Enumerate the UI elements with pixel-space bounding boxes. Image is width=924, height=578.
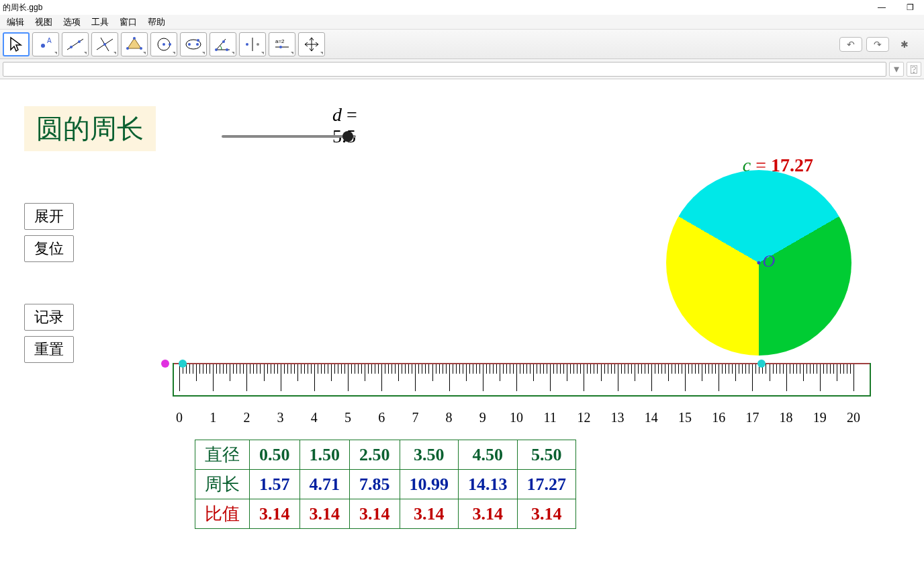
svg-text:a=2: a=2: [275, 38, 285, 44]
svg-point-17: [196, 43, 199, 46]
ruler-label: 17: [745, 410, 759, 425]
tool-reflect[interactable]: [239, 32, 266, 56]
tool-perpendicular[interactable]: [91, 32, 118, 56]
ruler-label: 11: [544, 410, 557, 425]
maximize-icon[interactable]: ❐: [904, 1, 916, 13]
algebra-input[interactable]: [3, 62, 886, 77]
point-start-magenta[interactable]: [161, 360, 169, 368]
circle-o: O: [666, 170, 851, 356]
tool-ellipse[interactable]: [180, 32, 207, 56]
ruler-label: 18: [780, 410, 793, 425]
ruler-label: 19: [813, 410, 827, 425]
svg-point-3: [70, 46, 73, 48]
ruler-label: 5: [344, 410, 351, 425]
tool-point[interactable]: A: [32, 32, 59, 56]
menu-tools[interactable]: 工具: [86, 15, 114, 30]
svg-point-0: [41, 44, 45, 48]
table-cell: 3.50: [400, 440, 459, 470]
svg-point-14: [169, 43, 171, 46]
center-label-o: O: [763, 251, 776, 272]
table-cell: 14.13: [459, 470, 518, 499]
ruler-label: 7: [412, 410, 418, 425]
svg-point-11: [126, 47, 129, 50]
minimize-icon[interactable]: —: [876, 1, 888, 13]
svg-point-21: [222, 40, 225, 43]
tool-circle[interactable]: [150, 32, 177, 56]
ruler-label: 12: [577, 410, 590, 425]
point-end-cyan[interactable]: [757, 360, 766, 368]
ruler-label: 14: [645, 410, 658, 425]
svg-line-2: [67, 39, 83, 50]
ruler-label: 8: [446, 410, 453, 425]
input-bar: ▾ ⍰: [0, 59, 924, 79]
reset-button[interactable]: 重置: [24, 336, 74, 363]
svg-point-13: [163, 43, 165, 46]
tool-polygon[interactable]: [121, 32, 148, 56]
svg-text:A: A: [47, 37, 52, 44]
slider-track[interactable]: [222, 135, 356, 138]
menu-view[interactable]: 视图: [30, 15, 58, 30]
svg-point-23: [246, 43, 248, 46]
table-cell: 3.14: [250, 499, 300, 529]
table-cell: 17.27: [517, 470, 576, 499]
toolbar: A a=2 ↶ ↷ ✱: [0, 30, 924, 59]
svg-point-19: [215, 48, 218, 51]
table-cell: 0.50: [250, 440, 300, 470]
ruler-label: 16: [712, 410, 725, 425]
table-hdr-ratio: 比值: [195, 499, 250, 529]
tool-line[interactable]: [62, 32, 89, 56]
table-cell: 7.85: [350, 470, 400, 499]
reset-position-button[interactable]: 复位: [24, 235, 74, 262]
lesson-title-box: 圆的周长: [24, 106, 156, 151]
ruler-label: 9: [479, 410, 486, 425]
table-cell: 2.50: [350, 440, 400, 470]
svg-point-7: [103, 43, 106, 46]
svg-point-9: [133, 37, 136, 40]
data-table: 直径 0.50 1.50 2.50 3.50 4.50 5.50 周长 1.57…: [195, 440, 576, 529]
svg-marker-8: [128, 38, 141, 48]
table-cell: 1.57: [250, 470, 300, 499]
window-title: 的周长.ggb: [3, 2, 42, 13]
ruler-label: 2: [243, 410, 250, 425]
menu-options[interactable]: 选项: [58, 15, 86, 30]
ruler-label: 4: [311, 410, 318, 425]
graphics-view[interactable]: 圆的周长 d = 5.5 c = 17.27 展开 复位 记录 重置 O 012…: [0, 79, 924, 578]
record-button[interactable]: 记录: [24, 304, 74, 331]
undo-icon[interactable]: ↶: [839, 37, 862, 52]
table-cell: 4.50: [459, 440, 518, 470]
input-dropdown-icon[interactable]: ▾: [889, 62, 904, 77]
ruler-label: 1: [210, 410, 216, 425]
table-cell: 3.14: [517, 499, 576, 529]
menubar: 编辑 视图 选项 工具 窗口 帮助: [0, 15, 924, 30]
expand-button[interactable]: 展开: [24, 203, 74, 230]
table-cell: 3.14: [459, 499, 518, 529]
tool-move-view[interactable]: [298, 32, 325, 56]
ruler-label: 20: [847, 410, 860, 425]
point-zero-cyan[interactable]: [179, 360, 187, 368]
center-point-o[interactable]: [757, 261, 761, 265]
ruler-label: 3: [277, 410, 284, 425]
tool-angle[interactable]: [210, 32, 236, 56]
ruler-label: 6: [378, 410, 385, 425]
svg-point-4: [78, 40, 81, 43]
menu-edit[interactable]: 编辑: [1, 15, 30, 30]
table-hdr-circumference: 周长: [195, 470, 250, 499]
menu-help[interactable]: 帮助: [142, 15, 171, 30]
ruler-label: 15: [678, 410, 692, 425]
menu-window[interactable]: 窗口: [114, 15, 142, 30]
svg-point-10: [140, 47, 142, 50]
slider-knob[interactable]: [342, 131, 353, 142]
table-cell: 3.14: [400, 499, 459, 529]
redo-icon[interactable]: ↷: [866, 37, 889, 52]
tool-move[interactable]: [3, 32, 30, 56]
table-cell: 1.50: [299, 440, 350, 470]
table-cell: 5.50: [517, 440, 576, 470]
settings-icon[interactable]: ✱: [893, 37, 916, 52]
ruler-label: 13: [611, 410, 625, 425]
table-cell: 4.71: [299, 470, 350, 499]
table-cell: 10.99: [400, 470, 459, 499]
input-help-icon[interactable]: ⍰: [907, 62, 921, 77]
svg-point-20: [226, 48, 228, 51]
svg-point-16: [188, 43, 191, 46]
tool-slider[interactable]: a=2: [269, 32, 295, 56]
